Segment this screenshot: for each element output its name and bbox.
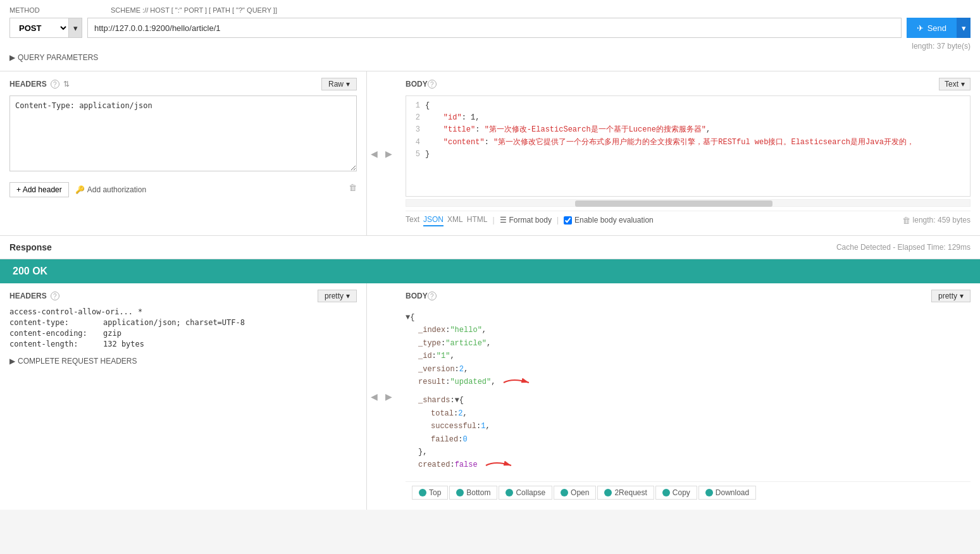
scheme-label: SCHEME :// HOST [ ":" PORT ] [ PATH [ "?… — [111, 6, 971, 14]
add-auth-button[interactable]: 🔑 Add authorization — [69, 183, 152, 197]
top-icon — [419, 489, 426, 496]
response-copy-button[interactable]: Copy — [655, 486, 697, 500]
length-info: length: 37 byte(s) — [9, 42, 971, 51]
headers-textarea[interactable]: Content-Type: application/json — [9, 95, 357, 171]
body-format-tabs: Text JSON XML HTML — [406, 214, 487, 226]
add-header-button[interactable]: + Add header — [9, 182, 69, 197]
body-title: BODY — [406, 80, 428, 89]
format-icon: ☰ — [500, 216, 507, 225]
response-open-button[interactable]: Open — [554, 486, 596, 500]
rj-line-successful: successful : 1 , — [406, 420, 971, 433]
code-line-5: 5 } — [406, 149, 970, 161]
complete-req-arrow: ▶ — [9, 357, 15, 366]
headers-title: HEADERS — [9, 80, 47, 89]
rj-line-index: _index : "hello" , — [406, 324, 971, 336]
body-panel: BODY ? Text ▾ 1 { 2 "id": 1, 3 "title": … — [396, 71, 980, 235]
response-headers-table: access-control-allow-ori... * content-ty… — [9, 307, 357, 348]
top-section: METHOD SCHEME :// HOST [ ":" PORT ] [ PA… — [0, 0, 980, 71]
enable-eval-label[interactable]: Enable body evaluation — [564, 216, 654, 225]
send-icon: ✈ — [917, 23, 924, 33]
method-label: METHOD — [9, 6, 98, 14]
url-input[interactable] — [87, 18, 902, 38]
headers-panel: HEADERS ? ⇅ Raw ▾ Content-Type: applicat… — [0, 71, 367, 235]
response-body-help-icon[interactable]: ? — [428, 292, 437, 300]
response-bottom-bar: Top Bottom Collapse Open 2Request — [406, 481, 971, 503]
response-header-row-2: content-type: application/json; charset=… — [9, 318, 357, 327]
body-toolbar-divider2: | — [557, 216, 559, 225]
response-header-row-3: content-encoding: gzip — [9, 329, 357, 338]
expand-right-arrow[interactable]: ▶ — [383, 149, 395, 159]
send-dropdown-button[interactable]: ▾ — [957, 18, 971, 38]
send-button[interactable]: ✈ Send — [907, 18, 957, 38]
response-collapse-button[interactable]: Collapse — [499, 486, 552, 500]
response-expand-right[interactable]: ▶ — [383, 391, 395, 402]
response-pretty-button[interactable]: pretty ▾ — [318, 290, 357, 302]
elapsed-info: Cache Detected - Elapsed Time: 129ms — [836, 243, 971, 252]
response-header-row-4: content-length: 132 bytes — [9, 340, 357, 348]
response-body-header: BODY ? pretty ▾ — [406, 290, 971, 302]
query-params-label: QUERY PARAMETERS — [18, 53, 98, 62]
code-line-4: 4 "content": "第一次修改它提供了一个分布式多用户能力的全文搜索引擎… — [406, 137, 970, 149]
response-top-button[interactable]: Top — [412, 486, 448, 500]
open-icon — [561, 489, 568, 496]
body-code-editor[interactable]: 1 { 2 "id": 1, 3 "title": "第一次修改-Elastic… — [406, 95, 971, 197]
code-line-3: 3 "title": "第一次修改-ElasticSearch是一个基于Luce… — [406, 124, 970, 136]
rj-line-type: _type : "article" , — [406, 337, 971, 350]
response-splitter-left: ◀ — [367, 283, 381, 510]
delete-headers-icon[interactable]: 🗑 — [349, 183, 357, 192]
body-help-icon[interactable]: ? — [428, 80, 437, 89]
response-2request-button[interactable]: 2Request — [597, 486, 654, 500]
response-headers-help-icon[interactable]: ? — [51, 292, 59, 300]
response-collapse-left[interactable]: ◀ — [368, 391, 380, 402]
response-body-dropdown-icon: ▾ — [960, 292, 964, 300]
status-code: 200 — [13, 266, 30, 276]
body-toolbar-divider: | — [492, 216, 494, 225]
response-headers-panel: HEADERS ? pretty ▾ access-control-allow-… — [0, 283, 367, 510]
body-delete-icon[interactable]: 🗑 — [902, 216, 910, 225]
collapse-left-arrow[interactable]: ◀ — [368, 149, 380, 159]
complete-request-headers-btn[interactable]: ▶ COMPLETE REQUEST HEADERS — [9, 350, 357, 366]
response-json-viewer: ▼ { _index : "hello" , _type : "article — [406, 307, 971, 481]
body-scrollbar[interactable] — [406, 199, 971, 207]
body-scrollbar-thumb — [575, 200, 772, 207]
rj-line-failed: failed : 0 — [406, 433, 971, 446]
method-select[interactable]: POST GET PUT DELETE — [9, 18, 68, 38]
query-params-row[interactable]: ▶ QUERY PARAMETERS — [9, 51, 971, 65]
result-arrow-indicator — [500, 376, 535, 394]
raw-dropdown-icon: ▾ — [346, 80, 350, 89]
response-body-panel: BODY ? pretty ▾ ▼ { _index : " — [396, 283, 980, 510]
code-line-2: 2 "id": 1, — [406, 112, 970, 124]
sort-icon[interactable]: ⇅ — [63, 80, 70, 89]
method-dropdown-icon[interactable]: ▾ — [68, 18, 82, 38]
raw-button[interactable]: Raw ▾ — [321, 78, 357, 90]
response-bottom-button[interactable]: Bottom — [449, 486, 497, 500]
body-tab-html[interactable]: HTML — [467, 214, 488, 226]
rj-line-created: created : false — [406, 459, 971, 477]
bottom-icon — [456, 489, 464, 496]
created-arrow-indicator — [483, 459, 518, 477]
body-tab-xml[interactable]: XML — [447, 214, 463, 226]
response-download-button[interactable]: Download — [698, 486, 756, 500]
method-select-wrap: POST GET PUT DELETE ▾ — [9, 18, 82, 38]
response-title: Response — [9, 242, 52, 252]
response-header-row-1: access-control-allow-ori... * — [9, 307, 357, 316]
headers-panel-header: HEADERS ? ⇅ Raw ▾ — [9, 78, 357, 90]
download-icon — [705, 489, 713, 496]
response-body-pretty-btn[interactable]: pretty ▾ — [931, 290, 971, 302]
headers-help-icon[interactable]: ? — [51, 80, 59, 89]
header-actions: + Add header 🔑 Add authorization 🗑 — [9, 177, 357, 197]
response-body-title: BODY — [406, 292, 428, 300]
body-tab-text[interactable]: Text — [406, 214, 419, 226]
rj-line-result: result : "updated" , — [406, 376, 971, 394]
collapse-icon — [506, 489, 513, 496]
response-headers-title: HEADERS — [9, 292, 47, 300]
body-tab-json[interactable]: JSON — [423, 214, 443, 226]
body-text-dropdown-icon: ▾ — [961, 80, 965, 89]
rj-line-open: ▼ { — [406, 311, 971, 324]
body-panel-header: BODY ? Text ▾ — [406, 78, 971, 90]
format-body-button[interactable]: ☰ Format body — [500, 216, 552, 225]
response-header-bar: Response Cache Detected - Elapsed Time: … — [0, 236, 980, 259]
body-text-dropdown[interactable]: Text ▾ — [939, 78, 971, 90]
enable-eval-checkbox[interactable] — [564, 216, 572, 225]
panel-splitter-left: ◀ — [367, 71, 381, 235]
